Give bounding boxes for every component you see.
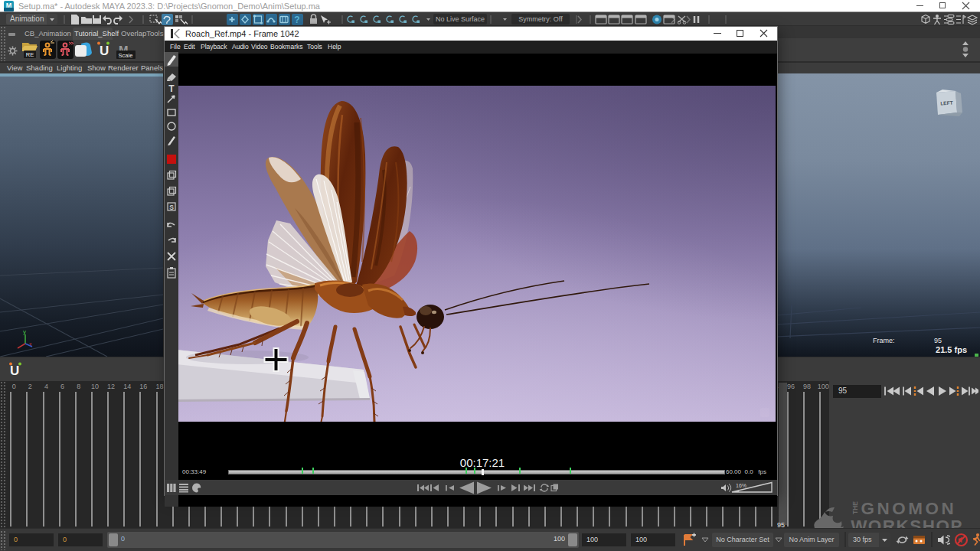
svg-text:95: 95 [934, 337, 942, 344]
svg-text:M: M [6, 2, 12, 9]
svg-text:RE: RE [26, 51, 34, 58]
svg-text:Frame:: Frame: [873, 337, 895, 344]
svg-text:U: U [100, 44, 109, 58]
svg-text:y: y [23, 328, 26, 335]
svg-text:THE: THE [851, 501, 859, 514]
svg-text:GNOMON: GNOMON [861, 499, 956, 518]
svg-text:No Live Surface: No Live Surface [436, 15, 485, 23]
svg-text:Symmetry: Off: Symmetry: Off [518, 15, 563, 23]
svg-text:U: U [10, 364, 19, 378]
svg-text:Scale: Scale [119, 52, 133, 59]
svg-text:16%: 16% [736, 483, 746, 488]
svg-text:T: T [168, 83, 175, 94]
svg-text:21.5 fps: 21.5 fps [936, 345, 967, 354]
svg-text:?: ? [294, 15, 299, 25]
svg-text:S: S [169, 204, 174, 211]
svg-text:LEFT: LEFT [940, 100, 953, 106]
